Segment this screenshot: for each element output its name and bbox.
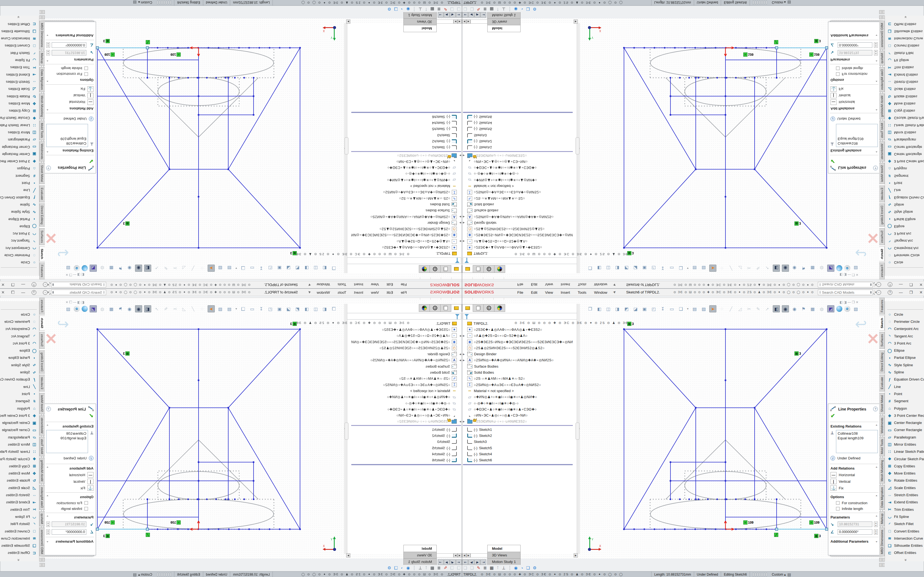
- tool-offset-entities[interactable]: ⊏Offset Entities: [885, 549, 924, 556]
- tree-item[interactable]: ▱○✚ΩЭС∘♟○✳◉Ι○∘○Ι◉✳○♟∘СЭΩ✚○: [351, 165, 461, 171]
- tool-3-point-center-recta-[interactable]: ◈3 Point Center Recta...: [885, 412, 924, 419]
- motion-tool-icon[interactable]: ≣: [483, 566, 487, 571]
- tree-item-sketch3[interactable]: Sketch3: [463, 439, 573, 445]
- tool-center-rectangle[interactable]: ▣Center Rectangle: [0, 151, 39, 158]
- tool-stretch-entities[interactable]: ⇔Stretch Entities: [0, 491, 39, 498]
- tool-scale-entities[interactable]: ◿Scale Entities: [885, 484, 924, 491]
- tool-rotate-entities[interactable]: ↻Rotate Entities: [0, 477, 39, 484]
- relation-entry[interactable]: Collinear108: [838, 431, 876, 436]
- featuremanager-tab-part[interactable]: [462, 265, 473, 273]
- scroll-left-icon[interactable]: ◀: [462, 553, 467, 558]
- tree-item[interactable]: ◖Surface Bodies: [351, 363, 461, 369]
- spinner[interactable]: ▲▼: [874, 529, 878, 535]
- tool-parallelogram[interactable]: ▱Parallelogram: [885, 136, 924, 143]
- commandmanager-tab-datamigration[interactable]: Data Migration: [879, 485, 885, 510]
- featuremanager-tab-ball[interactable]: [419, 304, 430, 312]
- tool-silhouette-entities[interactable]: ❏Silhouette Entities: [0, 28, 39, 35]
- tool-3-point-arc[interactable]: ◠3 Point Arc: [885, 230, 924, 237]
- motion-tool-icon[interactable]: ⊺: [497, 6, 499, 11]
- section-options[interactable]: Options⌃: [44, 77, 96, 83]
- section-parameters[interactable]: Parameters⌃: [44, 514, 96, 521]
- motion-tool-icon[interactable]: ✎: [444, 6, 447, 11]
- status-editing[interactable]: Editing Sketch6: [174, 0, 203, 5]
- commandmanager-tab-directediting[interactable]: Direct Editing: [39, 350, 45, 373]
- commandmanager-tab-directediting[interactable]: Direct Editing: [879, 350, 885, 373]
- tree-item[interactable]: ⌞○ИΝ∘ЭС∘♟◎○∘○◎♟∘СЭ∘ΝИ○: [463, 412, 573, 418]
- tab-nav-icon[interactable]: ▶: [444, 559, 450, 565]
- spinner[interactable]: ▲▼: [874, 50, 878, 55]
- tool-polygon[interactable]: ⌂Polygon: [885, 165, 924, 172]
- parameter-field[interactable]: 10.88152731: [52, 50, 86, 55]
- scroll-right-icon[interactable]: ▶: [467, 19, 470, 24]
- tree-item-sketch1[interactable]: (-)Sketch1: [351, 426, 461, 432]
- tree-item-sketch2[interactable]: (-)Sketch2: [351, 432, 461, 438]
- tool-linear-sketch-pattern[interactable]: ∷Linear Sketch Pattern: [0, 448, 39, 455]
- tree-item[interactable]: Σ○2SИΝ◎∘✚Α∪ЗЄ○∘○ЄЗ∪Α✚∘◎ΝИS2○: [351, 189, 461, 195]
- commandmanager-tab-[interactable]: ⋮: [39, 563, 45, 567]
- commandmanager-tab-mbddimensions[interactable]: MBD Dimensions: [879, 527, 885, 556]
- tool-convert-entities[interactable]: □Convert Entities: [0, 527, 39, 535]
- tool-offset-entities[interactable]: ⊏Offset Entities: [0, 21, 39, 28]
- status-custom[interactable]: Custom ▴: [138, 1, 152, 5]
- spinner[interactable]: ▲▼: [874, 42, 878, 48]
- motion-tool-icon[interactable]: ◔: [520, 566, 523, 571]
- tool-line[interactable]: ╱Line: [885, 383, 924, 390]
- commandmanager-tab-evaluate[interactable]: Evaluate: [39, 375, 45, 392]
- parameter-field[interactable]: 10.88152731: [52, 522, 86, 527]
- tool-rotate-entities[interactable]: ↻Rotate Entities: [0, 93, 39, 100]
- motion-tool-icon[interactable]: ◉: [407, 6, 410, 11]
- relation-badge[interactable]: ▨3: [814, 534, 821, 538]
- option-infinite-length[interactable]: Infinite length: [828, 65, 880, 71]
- tool-line[interactable]: ╱Line: [885, 187, 924, 194]
- scroll-right-icon[interactable]: ▶: [467, 553, 470, 558]
- tree-item[interactable]: ◷○2S♟◎2SИНЗЄ2S○∘○S2ЄЗНИS2◎♟S2○: [351, 345, 461, 351]
- featuremanager-tab-pages[interactable]: [473, 265, 484, 273]
- tool-convert-entities[interactable]: □Convert Entities: [885, 42, 924, 50]
- commandmanager-tab-features[interactable]: Features: [39, 298, 45, 314]
- tool-corner-rectangle[interactable]: ▭Corner Rectangle: [0, 426, 39, 434]
- checkbox[interactable]: [84, 72, 88, 76]
- relation-entry[interactable]: Equal length109: [48, 436, 86, 440]
- relation-badge[interactable]: ≡109: [743, 53, 753, 56]
- commandmanager-tab-[interactable]: ⋮: [39, 558, 45, 562]
- tree-item[interactable]: ▱○✚ИΝ◎♟÷○✳◉Ι○∘○Ι◉✳○÷♟◎ΝИ✚○: [351, 394, 461, 400]
- tool-center-rectangle[interactable]: ▣Center Rectangle: [0, 419, 39, 426]
- tree-item[interactable]: ▣Solid Bodies: [463, 369, 573, 376]
- add-relation-vertical[interactable]: ❘Vertical: [44, 92, 96, 99]
- tool-offset-entities[interactable]: ⊏Offset Entities: [885, 21, 924, 28]
- commandmanager-tab-weldments[interactable]: Weldments: [39, 416, 45, 435]
- tree-item[interactable]: ◖Surface Bodies: [351, 208, 461, 214]
- relations-list[interactable]: Collinear108Equal length109: [46, 430, 88, 453]
- add-relation-fix[interactable]: ⚓Fix: [828, 485, 880, 491]
- status-custom[interactable]: Custom ▴: [772, 1, 786, 5]
- tool-scale-entities[interactable]: ◿Scale Entities: [0, 484, 39, 491]
- section-parameters[interactable]: Parameters⌃: [44, 56, 96, 63]
- motion-tool-icon[interactable]: ⊥: [502, 6, 506, 11]
- tree-item[interactable]: ▱○·◎✚○✳◉Ι○∘○Ι◉✳○✚◎·○: [351, 400, 461, 406]
- relation-badge[interactable]: ▨3: [123, 351, 129, 356]
- parameter-field[interactable]: 0.00000000°: [838, 42, 872, 48]
- relation-badge[interactable]: ▨3: [795, 351, 801, 356]
- add-relation-vertical[interactable]: ❘Vertical: [828, 478, 880, 485]
- status-editing[interactable]: Editing Sketch6: [721, 0, 750, 5]
- accept-button[interactable]: ✔: [44, 413, 96, 421]
- add-relation-horizontal[interactable]: —Horizontal: [828, 472, 880, 478]
- tree-item[interactable]: Σ○2SИΝ◎∘✚Α∪ЗЄ○∘○ЄЗ∪Α✚∘◎ΝИS2○: [463, 382, 573, 388]
- motion-tool-icon[interactable]: ❏: [394, 6, 397, 11]
- motion-tool-icon[interactable]: ⊥: [418, 6, 422, 11]
- doc-tab-model[interactable]: Model: [487, 545, 520, 552]
- relation-badge[interactable]: ≡109: [171, 521, 181, 524]
- add-relation-horizontal[interactable]: —Horizontal: [44, 99, 96, 105]
- motion-tool-icon[interactable]: ⊺: [425, 566, 427, 571]
- commandmanager-tab-datamigration[interactable]: Data Migration: [879, 67, 885, 92]
- commandmanager-tab-evaluate[interactable]: Evaluate: [879, 185, 885, 202]
- tree-filter-box[interactable]: [463, 258, 577, 264]
- relations-list[interactable]: Collinear108Equal length109: [46, 124, 88, 147]
- tree-item[interactable]: ▶◔○Λ♟◎✚2S∘Ω○∘○Ω∘S2✚◎♟Λ○: [351, 333, 461, 339]
- featuremanager-tab-pages[interactable]: [440, 265, 451, 273]
- tool-spline[interactable]: ∿Spline: [0, 369, 39, 376]
- tool-tangent-arc[interactable]: ◝Tangent Arc: [885, 237, 924, 245]
- relation-badge[interactable]: ▨3: [795, 221, 801, 226]
- featuremanager-tab-pages[interactable]: [473, 304, 484, 312]
- tool-intersection-curve[interactable]: ≋Intersection Curve: [0, 535, 39, 542]
